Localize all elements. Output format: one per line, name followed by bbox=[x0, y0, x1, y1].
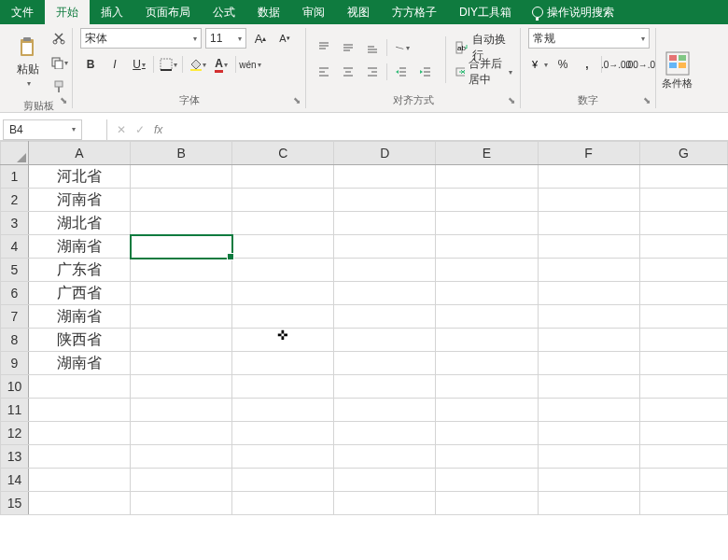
cell-A13[interactable] bbox=[28, 445, 130, 469]
cell-E15[interactable] bbox=[436, 492, 538, 515]
cell-A12[interactable] bbox=[28, 422, 130, 445]
enter-icon[interactable]: ✓ bbox=[135, 123, 145, 136]
cell-A1[interactable]: 河北省 bbox=[28, 165, 130, 189]
worksheet-grid[interactable]: ABCDEFG1河北省2河南省3湖北省4湖南省5广东省6广西省7湖南省8陕西省9… bbox=[0, 141, 728, 515]
cell-G6[interactable] bbox=[639, 282, 727, 305]
align-center-button[interactable] bbox=[338, 62, 358, 82]
cell-C3[interactable] bbox=[232, 212, 334, 235]
select-all-corner[interactable] bbox=[1, 142, 29, 165]
row-header-12[interactable]: 12 bbox=[1, 422, 29, 445]
cell-A6[interactable]: 广西省 bbox=[28, 282, 130, 305]
tab-layout[interactable]: 页面布局 bbox=[134, 0, 202, 24]
cell-D2[interactable] bbox=[334, 189, 436, 212]
cell-A2[interactable]: 河南省 bbox=[28, 189, 130, 212]
cell-D14[interactable] bbox=[334, 469, 436, 492]
cell-E8[interactable] bbox=[436, 329, 538, 352]
cell-E13[interactable] bbox=[436, 445, 538, 469]
font-name-combo[interactable]: 宋体▾ bbox=[80, 28, 202, 49]
cell-F15[interactable] bbox=[538, 492, 639, 515]
border-button[interactable]: ▾ bbox=[158, 54, 178, 75]
cell-C10[interactable] bbox=[232, 375, 334, 399]
increase-indent-button[interactable] bbox=[415, 62, 436, 82]
cell-F5[interactable] bbox=[538, 259, 639, 282]
cell-B12[interactable] bbox=[131, 422, 232, 445]
cell-B1[interactable] bbox=[131, 165, 232, 189]
cell-E2[interactable] bbox=[436, 189, 538, 212]
cell-C8[interactable] bbox=[232, 329, 334, 352]
copy-button[interactable]: ▾ bbox=[49, 52, 69, 73]
cell-A3[interactable]: 湖北省 bbox=[28, 212, 130, 235]
tab-diy[interactable]: DIY工具箱 bbox=[448, 0, 523, 24]
accounting-format-button[interactable]: ¥▾ bbox=[528, 54, 549, 75]
cell-C1[interactable] bbox=[232, 165, 334, 189]
align-middle-button[interactable] bbox=[338, 37, 358, 58]
row-header-7[interactable]: 7 bbox=[1, 305, 29, 329]
align-bottom-button[interactable] bbox=[362, 37, 383, 58]
decrease-indent-button[interactable] bbox=[391, 62, 412, 82]
col-header-A[interactable]: A bbox=[28, 142, 130, 165]
italic-button[interactable]: I bbox=[105, 54, 125, 75]
cell-G11[interactable] bbox=[639, 399, 727, 422]
cell-C15[interactable] bbox=[232, 492, 334, 515]
cell-C6[interactable] bbox=[232, 282, 334, 305]
cell-D12[interactable] bbox=[334, 422, 436, 445]
tab-home[interactable]: 开始 bbox=[45, 0, 90, 24]
comma-button[interactable]: , bbox=[577, 54, 597, 75]
col-header-C[interactable]: C bbox=[232, 142, 334, 165]
cell-E3[interactable] bbox=[436, 212, 538, 235]
align-top-button[interactable] bbox=[314, 37, 334, 58]
group-conditional[interactable]: 条件格 bbox=[656, 28, 698, 112]
cell-D7[interactable] bbox=[334, 305, 436, 329]
cell-F8[interactable] bbox=[538, 329, 639, 352]
font-launcher[interactable]: ⬊ bbox=[290, 93, 303, 106]
cell-G2[interactable] bbox=[639, 189, 727, 212]
cell-F2[interactable] bbox=[538, 189, 639, 212]
cell-D10[interactable] bbox=[334, 375, 436, 399]
percent-button[interactable]: % bbox=[553, 54, 573, 75]
col-header-G[interactable]: G bbox=[639, 142, 727, 165]
cell-D4[interactable] bbox=[334, 235, 436, 259]
cell-D9[interactable] bbox=[334, 352, 436, 375]
row-header-11[interactable]: 11 bbox=[1, 399, 29, 422]
row-header-4[interactable]: 4 bbox=[1, 235, 29, 259]
cell-E6[interactable] bbox=[436, 282, 538, 305]
cell-B10[interactable] bbox=[131, 375, 232, 399]
cell-B9[interactable] bbox=[131, 352, 232, 375]
cell-A5[interactable]: 广东省 bbox=[28, 259, 130, 282]
cell-G8[interactable] bbox=[639, 329, 727, 352]
cell-E14[interactable] bbox=[436, 469, 538, 492]
col-header-E[interactable]: E bbox=[436, 142, 538, 165]
cell-C12[interactable] bbox=[232, 422, 334, 445]
align-right-button[interactable] bbox=[362, 62, 383, 82]
cell-D1[interactable] bbox=[334, 165, 436, 189]
cell-F12[interactable] bbox=[538, 422, 639, 445]
tab-insert[interactable]: 插入 bbox=[90, 0, 134, 24]
merge-center-button[interactable]: 合并后居中▾ bbox=[455, 62, 512, 82]
increase-decimal-button[interactable]: .0→.00 bbox=[606, 54, 626, 75]
tell-me[interactable]: 操作说明搜索 bbox=[523, 5, 623, 21]
cell-F14[interactable] bbox=[538, 469, 639, 492]
wrap-text-button[interactable]: ab自动换行 bbox=[455, 37, 512, 58]
cell-B15[interactable] bbox=[131, 492, 232, 515]
tab-fang[interactable]: 方方格子 bbox=[381, 0, 448, 24]
tab-review[interactable]: 审阅 bbox=[291, 0, 336, 24]
cell-A10[interactable] bbox=[28, 375, 130, 399]
cell-G1[interactable] bbox=[639, 165, 727, 189]
cell-E1[interactable] bbox=[436, 165, 538, 189]
row-header-10[interactable]: 10 bbox=[1, 375, 29, 399]
cell-C5[interactable] bbox=[232, 259, 334, 282]
cell-E12[interactable] bbox=[436, 422, 538, 445]
font-color-button[interactable]: A▾ bbox=[211, 54, 231, 75]
fill-color-button[interactable]: ▾ bbox=[187, 54, 207, 75]
cell-B13[interactable] bbox=[131, 445, 232, 469]
row-header-3[interactable]: 3 bbox=[1, 212, 29, 235]
number-launcher[interactable]: ⬊ bbox=[640, 93, 653, 106]
font-size-combo[interactable]: 11▾ bbox=[205, 28, 246, 49]
row-header-6[interactable]: 6 bbox=[1, 282, 29, 305]
cell-B5[interactable] bbox=[131, 259, 232, 282]
tab-formula[interactable]: 公式 bbox=[202, 0, 246, 24]
cell-C4[interactable] bbox=[232, 235, 334, 259]
cell-B4[interactable] bbox=[131, 235, 232, 259]
clipboard-launcher[interactable]: ⬊ bbox=[57, 93, 70, 106]
cell-G13[interactable] bbox=[639, 445, 727, 469]
